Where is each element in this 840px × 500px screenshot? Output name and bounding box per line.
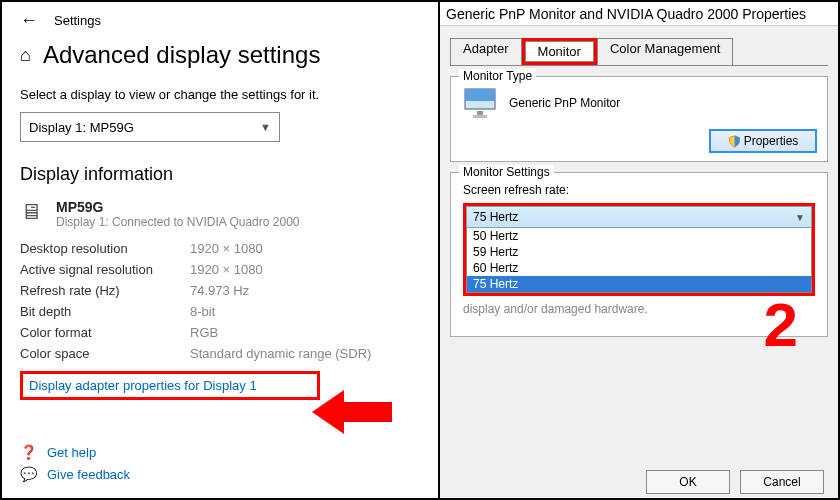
- monitor-type-value: Generic PnP Monitor: [509, 96, 620, 110]
- info-value: Standard dynamic range (SDR): [190, 346, 371, 361]
- info-row: Active signal resolution1920 × 1080: [20, 262, 420, 277]
- rate-option[interactable]: 60 Hertz: [467, 260, 811, 276]
- chevron-down-icon: ▼: [795, 212, 805, 223]
- page-title: Advanced display settings: [43, 41, 321, 69]
- properties-button-label: Properties: [744, 134, 799, 148]
- svg-rect-1: [465, 89, 495, 101]
- cancel-button[interactable]: Cancel: [740, 470, 824, 494]
- display-selector[interactable]: Display 1: MP59G ▼: [20, 112, 280, 142]
- info-value: RGB: [190, 325, 218, 340]
- info-row: Color formatRGB: [20, 325, 420, 340]
- chevron-down-icon: ▼: [260, 121, 271, 133]
- annotation-number-2: 2: [764, 289, 798, 360]
- rate-option-selected[interactable]: 75 Hertz: [467, 276, 811, 292]
- info-label: Color space: [20, 346, 190, 361]
- feedback-icon: 💬: [20, 466, 37, 482]
- get-help-link[interactable]: ❓ Get help: [20, 444, 130, 460]
- info-label: Bit depth: [20, 304, 190, 319]
- monitor-connection: Display 1: Connected to NVIDIA Quadro 20…: [56, 215, 299, 229]
- info-label: Refresh rate (Hz): [20, 283, 190, 298]
- adapter-properties-link[interactable]: Display adapter properties for Display 1: [29, 378, 257, 393]
- monitor-type-group: Monitor Type Generic PnP Monitor Propert…: [450, 76, 828, 162]
- annotation-arrow: [312, 390, 392, 434]
- refresh-rate-highlight: 75 Hertz ▼ 50 Hertz 59 Hertz 60 Hertz 75…: [463, 203, 815, 296]
- hide-modes-note: display and/or damaged hardware.: [463, 302, 815, 316]
- info-row: Refresh rate (Hz)74.973 Hz: [20, 283, 420, 298]
- refresh-rate-label: Screen refresh rate:: [463, 183, 815, 197]
- tab-row: Adapter Monitor Color Management: [450, 38, 828, 66]
- tab-monitor[interactable]: Monitor: [525, 41, 594, 62]
- home-icon[interactable]: ⌂: [20, 45, 31, 66]
- give-feedback-label: Give feedback: [47, 467, 130, 482]
- info-label: Color format: [20, 325, 190, 340]
- display-info-heading: Display information: [20, 164, 420, 185]
- info-label: Active signal resolution: [20, 262, 190, 277]
- info-value: 1920 × 1080: [190, 262, 263, 277]
- help-icon: ❓: [20, 444, 37, 460]
- tab-monitor-highlight: Monitor: [522, 38, 597, 65]
- svg-rect-3: [473, 115, 487, 118]
- refresh-rate-value: 75 Hertz: [473, 210, 518, 224]
- refresh-rate-combobox[interactable]: 75 Hertz ▼: [466, 206, 812, 228]
- svg-rect-2: [477, 111, 483, 115]
- back-arrow-icon[interactable]: ←: [20, 10, 38, 31]
- properties-dialog: Generic PnP Monitor and NVIDIA Quadro 20…: [440, 2, 838, 498]
- tab-color-management[interactable]: Color Management: [597, 38, 734, 65]
- adapter-properties-link-highlight: Display adapter properties for Display 1: [20, 371, 320, 400]
- dialog-title: Generic PnP Monitor and NVIDIA Quadro 20…: [440, 2, 838, 26]
- monitor-type-label: Monitor Type: [459, 69, 536, 83]
- settings-left-panel: ← Settings ⌂ Advanced display settings S…: [2, 2, 440, 498]
- info-row: Desktop resolution1920 × 1080: [20, 241, 420, 256]
- info-value: 74.973 Hz: [190, 283, 249, 298]
- monitor-icon: 🖥: [20, 199, 42, 225]
- info-label: Desktop resolution: [20, 241, 190, 256]
- rate-option[interactable]: 50 Hertz: [467, 228, 811, 244]
- ok-button[interactable]: OK: [646, 470, 730, 494]
- info-row: Bit depth8-bit: [20, 304, 420, 319]
- monitor-settings-label: Monitor Settings: [459, 165, 554, 179]
- info-value: 1920 × 1080: [190, 241, 263, 256]
- give-feedback-link[interactable]: 💬 Give feedback: [20, 466, 130, 482]
- tab-adapter[interactable]: Adapter: [450, 38, 522, 65]
- get-help-label: Get help: [47, 445, 96, 460]
- display-select-instruction: Select a display to view or change the s…: [20, 87, 420, 102]
- monitor-name: MP59G: [56, 199, 299, 215]
- monitor-glyph-icon: [463, 87, 499, 119]
- refresh-rate-options: 50 Hertz 59 Hertz 60 Hertz 75 Hertz: [466, 228, 812, 293]
- display-selector-value: Display 1: MP59G: [29, 120, 134, 135]
- settings-app-label: Settings: [54, 13, 101, 28]
- info-value: 8-bit: [190, 304, 215, 319]
- rate-option[interactable]: 59 Hertz: [467, 244, 811, 260]
- info-row: Color spaceStandard dynamic range (SDR): [20, 346, 420, 361]
- properties-button[interactable]: Properties: [709, 129, 817, 153]
- shield-icon: [728, 135, 741, 148]
